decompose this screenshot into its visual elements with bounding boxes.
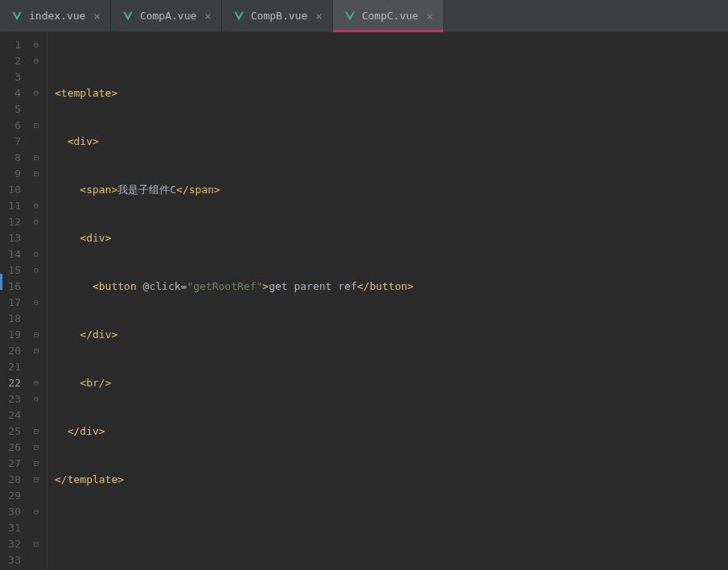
code-line[interactable]: <span>我是子组件C</span>: [51, 182, 728, 198]
code-line[interactable]: <br/>: [51, 375, 728, 391]
code-line[interactable]: </div>: [51, 423, 728, 440]
vue-icon: [11, 10, 23, 22]
vue-icon: [233, 10, 245, 22]
code-area[interactable]: <template> <div> <span>我是子组件C</span> <di…: [51, 32, 728, 570]
code-line[interactable]: <div>: [51, 230, 728, 246]
tab-compb[interactable]: CompB.vue ×: [222, 0, 333, 31]
tab-compc[interactable]: CompC.vue ×: [333, 0, 444, 31]
tab-bar: index.vue × CompA.vue × CompB.vue × Comp…: [0, 0, 728, 32]
tab-index[interactable]: index.vue ×: [0, 0, 111, 31]
tab-label: CompC.vue: [362, 10, 418, 22]
code-line[interactable]: [51, 520, 728, 536]
code-line[interactable]: </div>: [51, 327, 728, 343]
line-number-gutter: 1234567891011121314151617181920212223242…: [0, 32, 29, 570]
code-line[interactable]: <template>: [51, 85, 728, 101]
fold-gutter: ⊖⊖⊖⊟⊟⊟⊖⊖⊖⊖⊖⊟⊟⊖⊖⊟⊟⊟⊟⊖⊟: [29, 32, 43, 570]
vue-icon: [344, 10, 356, 22]
tab-label: index.vue: [29, 10, 85, 22]
caret-line-marker: [0, 274, 2, 290]
code-line[interactable]: <button @click="getRootRef">get parent r…: [51, 279, 728, 295]
close-icon[interactable]: ×: [92, 10, 101, 23]
code-line[interactable]: </template>: [51, 472, 728, 488]
tab-compa[interactable]: CompA.vue ×: [111, 0, 222, 31]
close-icon[interactable]: ×: [203, 10, 212, 23]
tab-label: CompA.vue: [140, 10, 196, 22]
close-icon[interactable]: ×: [425, 10, 434, 23]
tab-label: CompB.vue: [251, 10, 307, 22]
editor[interactable]: 1234567891011121314151617181920212223242…: [0, 32, 728, 570]
code-line[interactable]: <div>: [51, 134, 728, 150]
close-icon[interactable]: ×: [314, 10, 323, 23]
vue-icon: [122, 10, 134, 22]
